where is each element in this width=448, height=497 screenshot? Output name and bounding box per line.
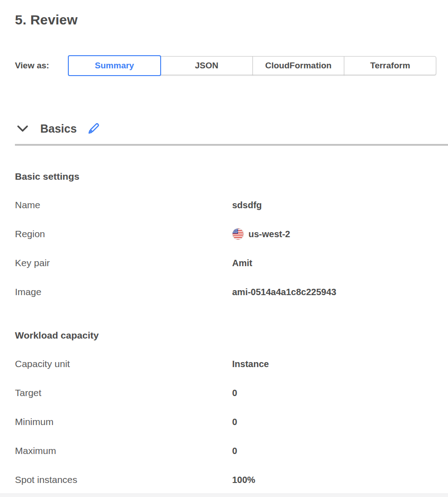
table-row: Capacity unit Instance [15,349,433,378]
table-row: Spot instances 100% [15,465,433,494]
section-title: Basics [40,122,77,135]
row-label-key-pair: Key pair [15,258,232,268]
review-page: 5. Review View as: Summary JSON CloudFor… [0,0,448,497]
row-label-target: Target [15,387,232,398]
region-value-text: us-west-2 [248,229,290,239]
row-label-minimum: Minimum [15,416,232,427]
group-heading-workload-capacity: Workload capacity [15,329,433,342]
table-row: Name sdsdfg [15,191,433,220]
row-label-capacity-unit: Capacity unit [15,358,232,369]
row-label-spot-instances: Spot instances [15,474,232,485]
row-value-name: sdsdfg [232,200,433,210]
view-as-tab-group: Summary JSON CloudFormation Terraform [68,55,436,76]
group-heading-basic-settings: Basic settings [15,170,433,183]
page-title: 5. Review [0,0,448,29]
section-divider [15,144,448,146]
next-section-edge [0,493,448,497]
row-label-region: Region [15,229,232,239]
row-value-spot-instances: 100% [232,475,433,485]
row-value-key-pair: Amit [232,258,433,268]
tab-summary[interactable]: Summary [68,55,161,76]
row-value-target: 0 [232,388,433,398]
edit-pencil-icon[interactable] [87,122,100,135]
table-row: Maximum 0 [15,436,433,465]
summary-content: Basic settings Name sdsdfg Region [0,170,448,494]
table-row: Target 0 [15,378,433,407]
chevron-down-icon[interactable] [16,124,29,133]
table-row: Key pair Amit [15,248,433,277]
row-label-name: Name [15,200,232,210]
view-as-label: View as: [15,61,68,71]
basics-section-header: Basics [0,120,448,137]
row-value-region: us-west-2 [232,228,433,240]
view-as-row: View as: Summary JSON CloudFormation Ter… [0,55,448,76]
tab-terraform[interactable]: Terraform [344,56,436,75]
row-value-capacity-unit: Instance [232,359,433,369]
workload-capacity-rows: Capacity unit Instance Target 0 Minimum … [15,349,433,494]
row-label-maximum: Maximum [15,445,232,456]
row-label-image: Image [15,287,232,297]
table-row: Image ami-0514a4a1c8c225943 [15,277,433,306]
tab-cloudformation[interactable]: CloudFormation [253,56,345,75]
basic-settings-rows: Name sdsdfg Region [15,191,433,306]
table-row: Region [15,220,433,248]
tab-json[interactable]: JSON [161,56,253,75]
row-value-minimum: 0 [232,417,433,427]
row-value-image: ami-0514a4a1c8c225943 [232,287,433,297]
us-flag-icon [232,228,244,240]
row-value-maximum: 0 [232,446,433,456]
table-row: Minimum 0 [15,407,433,436]
